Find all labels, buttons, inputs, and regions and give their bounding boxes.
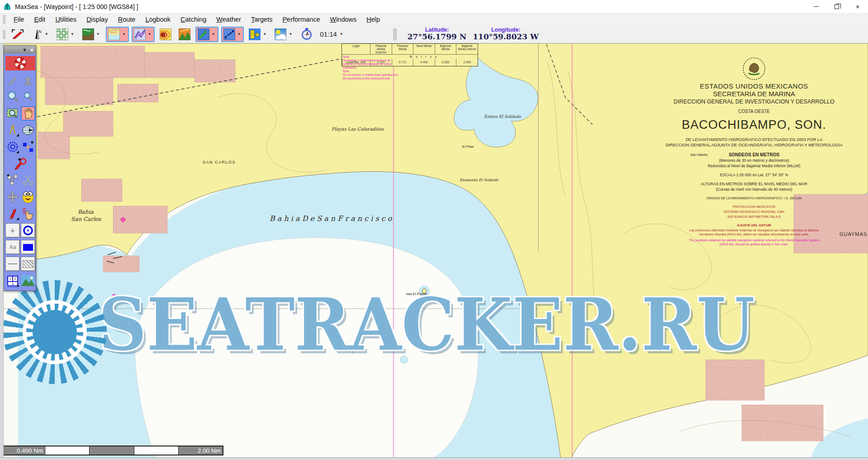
palette-collapse-icon[interactable]: ▼ <box>23 47 27 52</box>
dropdown-caret-icon[interactable]: ▼ <box>237 32 242 36</box>
palette-titlebar[interactable]: ▼ × <box>4 46 36 54</box>
dropdown-caret-icon[interactable]: ▼ <box>288 32 293 36</box>
north-arrow-icon: N <box>32 28 43 40</box>
edit-nodes-icon <box>22 141 34 153</box>
calendar-tool[interactable]: 123 ▼ <box>5 273 20 288</box>
erase-tool-disabled[interactable] <box>5 73 20 87</box>
scale-bar: 0.400 Nm 2.00 Nm <box>0 446 223 455</box>
hatch-style-button[interactable] <box>21 257 35 271</box>
minimize-button[interactable] <box>806 0 826 14</box>
tidal-currents-button[interactable]: ▼ <box>195 27 218 42</box>
photo-layer-tool[interactable] <box>21 273 35 288</box>
pan-hand-tool[interactable] <box>21 106 35 121</box>
grid-button[interactable]: ▼ <box>54 27 77 42</box>
menubar-grip[interactable] <box>3 15 6 24</box>
maxsea-app-icon <box>3 3 11 11</box>
hatch-icon <box>23 260 33 268</box>
mob-tool[interactable] <box>5 56 35 70</box>
palette-close-icon[interactable]: × <box>30 47 33 53</box>
crosshair-tool-button[interactable]: + <box>5 223 20 238</box>
menu-utilities[interactable]: Utilities <box>50 14 81 24</box>
target-tool[interactable] <box>5 140 20 154</box>
calendar-caret-icon[interactable]: ▼ <box>16 284 20 288</box>
map-layer-button[interactable]: ▼ <box>80 27 103 42</box>
red-pencil-icon <box>7 207 19 220</box>
menu-logbook[interactable]: Logbook <box>140 14 175 24</box>
toolbar-separator[interactable] <box>393 28 397 40</box>
dropdown-caret-icon[interactable]: ▼ <box>70 32 75 36</box>
add-polygon-tool[interactable] <box>5 173 20 188</box>
clock-icon <box>300 28 313 41</box>
menu-edit[interactable]: Edit <box>29 14 50 24</box>
weather-button[interactable]: ▼ <box>272 27 295 42</box>
latitude-readout: Latitude: 27°56.1799 N <box>408 27 467 41</box>
bay-name-label: B a h i a D e S a n F r a n c i s c o <box>270 214 392 223</box>
move-cross-icon <box>6 191 19 203</box>
dropdown-caret-icon[interactable]: ▼ <box>121 32 127 36</box>
chart-2d-button[interactable]: ▼ <box>106 27 129 42</box>
restore-button[interactable] <box>826 0 847 14</box>
gray-pen-icon <box>7 74 19 86</box>
title-region: COSTA OESTE <box>657 109 851 114</box>
line-style-button[interactable] <box>5 257 20 271</box>
time-display[interactable]: 01:14 <box>320 30 337 38</box>
zoom-out-tool[interactable] <box>21 89 35 104</box>
menu-catching[interactable]: Catching <box>175 14 211 24</box>
divider-tool[interactable] <box>5 123 20 137</box>
menu-targets[interactable]: Targets <box>246 14 278 24</box>
stamp-tool-disabled[interactable] <box>21 73 35 87</box>
route-plot-button[interactable]: ▼ <box>221 27 244 42</box>
globe-view-tool[interactable] <box>21 123 35 137</box>
circle-mark-tool-button[interactable] <box>21 223 35 238</box>
map-magnifier-icon <box>6 107 19 120</box>
dropdown-caret-icon[interactable]: ▼ <box>95 32 101 36</box>
grid-icon <box>57 28 68 40</box>
contour-button[interactable] <box>157 27 174 42</box>
move-tool[interactable] <box>5 190 20 204</box>
menu-display[interactable]: Display <box>81 14 113 24</box>
menu-windows[interactable]: Windows <box>325 14 361 24</box>
menu-weather[interactable]: Weather <box>211 14 246 24</box>
target-circles-icon <box>6 141 19 153</box>
chart-name: BACOCHIBAMPO, SON. <box>657 118 851 132</box>
time-caret-icon[interactable]: ▼ <box>339 32 344 36</box>
lifebuoy-icon <box>14 57 26 69</box>
menu-route[interactable]: Route <box>113 14 141 24</box>
tool-palette: ▼ × <box>4 45 36 291</box>
zoom-area-tool[interactable] <box>5 106 20 121</box>
clock-button[interactable] <box>298 26 315 42</box>
place-label: Ensenada El Soldado <box>460 178 498 182</box>
window-bottom-edge <box>0 457 868 460</box>
dropdown-caret-icon[interactable]: ▼ <box>211 32 216 36</box>
edit-nodes-tool[interactable] <box>21 140 35 154</box>
zoom-in-tool[interactable] <box>5 89 20 104</box>
chart-3d-button[interactable]: ▼ <box>132 27 155 42</box>
place-label: Bahia <box>78 209 94 215</box>
mark-circle-tool[interactable] <box>5 156 35 171</box>
terrain-button[interactable] <box>176 27 193 42</box>
crosshair-icon: + <box>10 227 15 235</box>
pointer-hand-tool[interactable] <box>21 207 35 221</box>
menu-file[interactable]: File <box>9 14 29 24</box>
submarine-cable-note: Nota: No fondear o realizar operaciones … <box>343 55 400 80</box>
close-button[interactable]: × <box>847 0 868 14</box>
fill-color-button[interactable] <box>21 240 35 254</box>
chart-canvas[interactable]: Lugar Pleamar Media Superior Pleamar Med… <box>0 43 868 460</box>
mexico-coat-of-arms-icon <box>657 57 851 80</box>
cut-tool[interactable] <box>21 173 35 188</box>
toolbar-grip[interactable] <box>3 30 6 39</box>
menu-help[interactable]: Help <box>361 14 385 24</box>
track-pen-button[interactable] <box>9 27 27 42</box>
draw-pencil-tool[interactable] <box>5 207 20 221</box>
text-tool-button[interactable]: Aa <box>5 240 20 254</box>
exit-navigation-button[interactable]: ▼ <box>247 27 270 42</box>
weather-icon <box>275 28 286 40</box>
dropdown-caret-icon[interactable]: ▼ <box>262 32 267 36</box>
north-up-button[interactable]: N ▼ <box>29 27 52 42</box>
dropdown-caret-icon[interactable]: ▼ <box>147 32 152 36</box>
title-direction: DIRECCION GENERAL DE INVESTIGACION Y DES… <box>657 99 851 105</box>
longitude-readout: Longitude: 110°59.8023 W <box>473 27 539 41</box>
menu-performance[interactable]: Performance <box>277 14 325 24</box>
smiley-tool[interactable] <box>21 190 35 204</box>
dropdown-caret-icon[interactable]: ▼ <box>44 32 49 36</box>
